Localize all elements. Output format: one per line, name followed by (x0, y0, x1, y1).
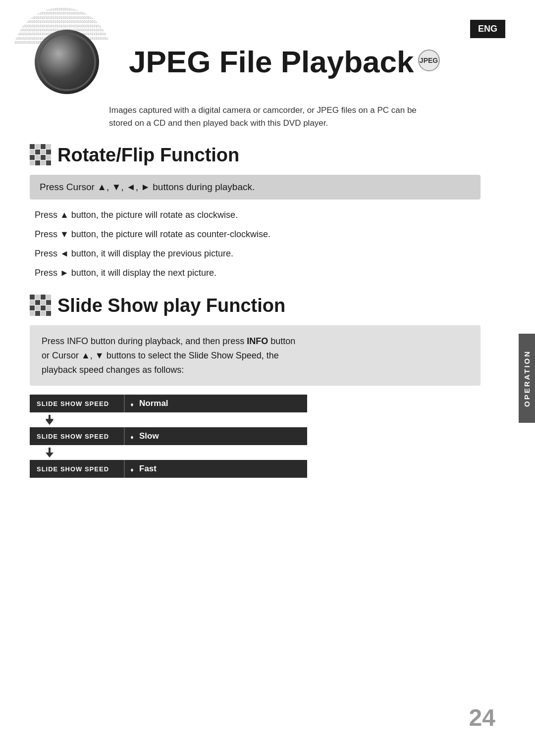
page-number: 24 (469, 704, 495, 731)
instruction-4: Press ► button, it will display the next… (30, 266, 481, 280)
speed-icon-1: ⬧ (125, 400, 139, 408)
title-text: JPEG File Playback (129, 45, 414, 79)
page-title: JPEG File PlaybackJPEG (129, 47, 440, 77)
svg-marker-2 (46, 420, 54, 425)
speed-label-1: SLIDE SHOW SPEED (30, 400, 124, 407)
speed-icon-2: ⬧ (125, 432, 139, 441)
arrow-down-1 (40, 412, 59, 427)
info-text-1: Press INFO button during playback, and t… (42, 336, 247, 346)
info-text-3: or Cursor ▲, ▼ buttons to select the Sli… (42, 351, 279, 360)
page-container: ENG OPERATION 01010101010101010101010101… (0, 0, 535, 756)
down-arrow-icon-2 (43, 446, 56, 459)
rotate-section-title: Rotate/Flip Function (57, 145, 239, 166)
jpeg-badge: JPEG (418, 50, 440, 71)
instruction-1: Press ▲ button, the picture will rotate … (30, 208, 481, 222)
speed-value-normal: Normal (139, 399, 168, 408)
mosaic-icon-rotate (30, 144, 52, 166)
lens-icon (35, 30, 99, 94)
rotate-section-header: Rotate/Flip Function (30, 144, 481, 166)
svg-rect-4 (49, 448, 51, 454)
speed-label-3: SLIDE SHOW SPEED (30, 465, 124, 473)
title-area: JPEG File PlaybackJPEG (124, 47, 440, 77)
instruction-3: Press ◄ button, it will display the prev… (30, 247, 481, 260)
speed-row-fast: SLIDE SHOW SPEED ⬧ Fast (30, 460, 307, 478)
speed-value-fast: Fast (139, 464, 157, 474)
slideshow-section-title: Slide Show play Function (57, 295, 285, 316)
speed-row-slow: SLIDE SHOW SPEED ⬧ Slow (30, 427, 307, 445)
down-arrow-icon-1 (43, 413, 56, 427)
info-bold: INFO (247, 336, 268, 346)
speed-icon-3: ⬧ (125, 465, 139, 473)
rotate-highlight-box: Press Cursor ▲, ▼, ◄, ► buttons during p… (30, 175, 481, 200)
desc-line1: Images captured with a digital camera or… (109, 105, 417, 115)
info-text-2: button (268, 336, 295, 346)
speed-value-slow: Slow (139, 431, 159, 441)
mosaic-icon-slideshow (30, 295, 52, 316)
instruction-2: Press ▼ button, the picture will rotate … (30, 228, 481, 241)
speed-table: SLIDE SHOW SPEED ⬧ Normal SLIDE SHOW SPE… (30, 395, 307, 478)
page-description: Images captured with a digital camera or… (109, 104, 481, 129)
desc-line2: stored on a CD and then played back with… (109, 118, 328, 128)
slideshow-info-box: Press INFO button during playback, and t… (30, 325, 481, 386)
slideshow-section-header: Slide Show play Function (30, 295, 481, 316)
speed-label-2: SLIDE SHOW SPEED (30, 433, 124, 440)
header-section: 0101010101010101010101010101010101010101… (30, 25, 481, 99)
arrow-down-2 (40, 445, 59, 460)
speed-row-normal: SLIDE SHOW SPEED ⬧ Normal (30, 395, 307, 412)
info-text-4: playback speed changes as follows: (42, 365, 184, 375)
operation-sidebar: OPERATION (519, 334, 535, 423)
main-content: 0101010101010101010101010101010101010101… (30, 25, 505, 478)
